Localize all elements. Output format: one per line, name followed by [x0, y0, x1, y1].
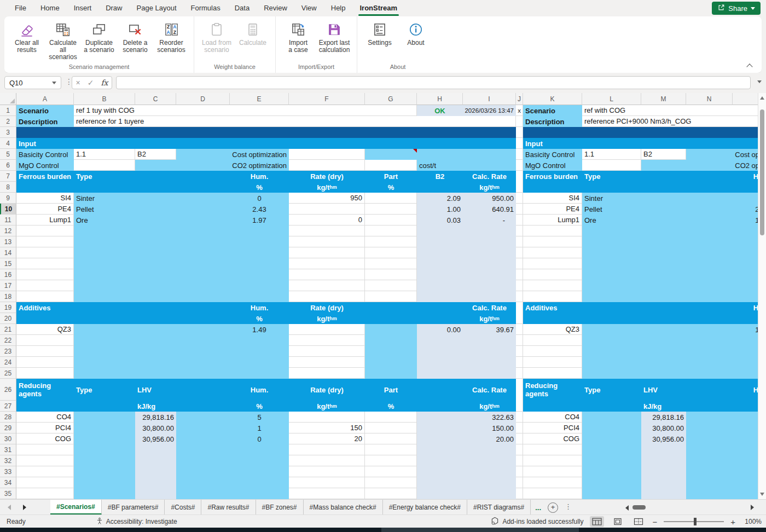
cell-G26[interactable]: Part%: [365, 379, 417, 412]
cell-J18[interactable]: [516, 291, 523, 302]
cell-L30[interactable]: [582, 433, 641, 444]
cell-J23[interactable]: [516, 346, 523, 357]
row-header-35[interactable]: 35: [0, 488, 16, 499]
cell-E10[interactable]: 2.43: [230, 204, 289, 215]
cell-A11[interactable]: Lump1: [16, 215, 74, 225]
cell-J2[interactable]: [516, 116, 523, 127]
cell-B26[interactable]: Type: [74, 379, 135, 412]
ribbon-tab-review[interactable]: Review: [257, 0, 294, 16]
cell-B35[interactable]: [74, 488, 135, 499]
scroll-down-icon[interactable]: [760, 493, 764, 496]
cell-A35[interactable]: [16, 488, 74, 499]
cell-J5[interactable]: [516, 149, 523, 160]
cell-F32[interactable]: [289, 455, 365, 466]
cell-L12[interactable]: [582, 225, 758, 236]
cell-L28[interactable]: [582, 412, 641, 423]
row-header-32[interactable]: 32: [0, 455, 16, 466]
col-header-F[interactable]: F: [289, 93, 365, 105]
cell-I10[interactable]: 640.91: [463, 204, 516, 215]
cell-K21[interactable]: QZ3: [523, 324, 582, 335]
sheet-tab-bf-parameters[interactable]: #BF parameters#: [102, 500, 165, 515]
cell-A23[interactable]: [16, 346, 74, 357]
cell-C32[interactable]: [135, 455, 176, 466]
cell-K11[interactable]: Lump1: [523, 215, 582, 225]
cell-L5[interactable]: 1.1: [582, 149, 641, 160]
sheet-tab-raw-results[interactable]: #Raw results#: [201, 500, 256, 515]
cell-D31[interactable]: [176, 444, 289, 455]
cell-L21[interactable]: [582, 324, 733, 335]
ribbon-tab-draw[interactable]: Draw: [98, 0, 129, 16]
cell-A2[interactable]: Description: [16, 116, 74, 127]
row-header-22[interactable]: 22: [0, 335, 16, 346]
cell-J35[interactable]: [516, 488, 523, 499]
cell-D35[interactable]: [176, 488, 289, 499]
calculate-all-scenarios-button[interactable]: Calculateall scenarios: [46, 19, 80, 62]
cell-B30[interactable]: [74, 433, 135, 444]
cell-G9[interactable]: [365, 193, 417, 204]
cell-L11[interactable]: Ore: [582, 215, 641, 225]
cell-A16[interactable]: [16, 269, 74, 280]
cell-E21[interactable]: 1.49: [230, 324, 289, 335]
cell-J16[interactable]: [516, 269, 523, 280]
cell-F22[interactable]: [289, 335, 365, 346]
cell-E30[interactable]: 0: [230, 433, 289, 444]
row-header-25[interactable]: 25: [0, 368, 16, 379]
cell-H23[interactable]: [417, 346, 516, 357]
cell-H30[interactable]: [417, 433, 463, 444]
cell-L26[interactable]: Type: [582, 379, 641, 412]
row-header-34[interactable]: 34: [0, 477, 16, 488]
cell-I7[interactable]: Calc. Ratekg/thm: [463, 171, 516, 193]
row-header-15[interactable]: 15: [0, 258, 16, 269]
cell-J33[interactable]: [516, 466, 523, 477]
ribbon-tab-help[interactable]: Help: [324, 0, 353, 16]
insert-function-icon[interactable]: fx: [101, 78, 108, 87]
cell-H10[interactable]: 1.00: [417, 204, 463, 215]
cell-H15[interactable]: [417, 258, 516, 269]
cell-M32[interactable]: [641, 455, 686, 466]
cell-G15[interactable]: [365, 258, 417, 269]
ribbon-tab-ironstream[interactable]: IronStream: [353, 0, 405, 16]
cell-H29[interactable]: [417, 423, 463, 433]
zoom-out-button[interactable]: −: [652, 517, 657, 527]
cell-F26[interactable]: Rate (dry)kg/thm: [289, 379, 365, 412]
cell-G11[interactable]: [365, 215, 417, 225]
cell-H16[interactable]: [417, 269, 516, 280]
cell-A21[interactable]: QZ3: [16, 324, 74, 335]
cell-B16[interactable]: [74, 269, 289, 280]
cell-H26[interactable]: [417, 379, 463, 412]
cell-D33[interactable]: [176, 466, 289, 477]
cell-K3[interactable]: [523, 127, 758, 138]
cell-D29[interactable]: [176, 423, 230, 433]
col-header-J[interactable]: J: [516, 93, 523, 105]
cell-M34[interactable]: [641, 477, 686, 488]
cell-L34[interactable]: [582, 477, 641, 488]
cell-H14[interactable]: [417, 247, 516, 258]
cell-G10[interactable]: [365, 204, 417, 215]
select-all-corner[interactable]: [0, 93, 16, 105]
formula-input[interactable]: [116, 76, 751, 89]
cell-O26[interactable]: Hum.%: [733, 379, 758, 412]
cell-K23[interactable]: [523, 346, 582, 357]
col-header-O[interactable]: [733, 93, 758, 105]
cell-N31[interactable]: [686, 444, 733, 455]
ribbon-tab-file[interactable]: File: [8, 0, 33, 16]
cell-F11[interactable]: 0: [289, 215, 365, 225]
cell-C26[interactable]: LHVkJ/kg: [135, 379, 176, 412]
cell-J11[interactable]: [516, 215, 523, 225]
cell-G14[interactable]: [365, 247, 417, 258]
cell-L13[interactable]: [582, 236, 758, 247]
cell-B10[interactable]: Pellet: [74, 204, 135, 215]
cell-B5[interactable]: 1.1: [74, 149, 135, 160]
col-header-A[interactable]: A: [16, 93, 74, 105]
cell-C29[interactable]: 30,800.00: [135, 423, 176, 433]
hscroll-right-icon[interactable]: [751, 505, 754, 510]
cell-F31[interactable]: [289, 444, 365, 455]
cell-H18[interactable]: [417, 291, 516, 302]
cell-H24[interactable]: [417, 357, 516, 368]
cell-A31[interactable]: [16, 444, 74, 455]
cell-O28[interactable]: 5: [733, 412, 758, 423]
cell-F17[interactable]: [289, 280, 365, 291]
cell-M7[interactable]: [641, 171, 733, 193]
cell-F29[interactable]: 150: [289, 423, 365, 433]
cell-B28[interactable]: [74, 412, 135, 423]
